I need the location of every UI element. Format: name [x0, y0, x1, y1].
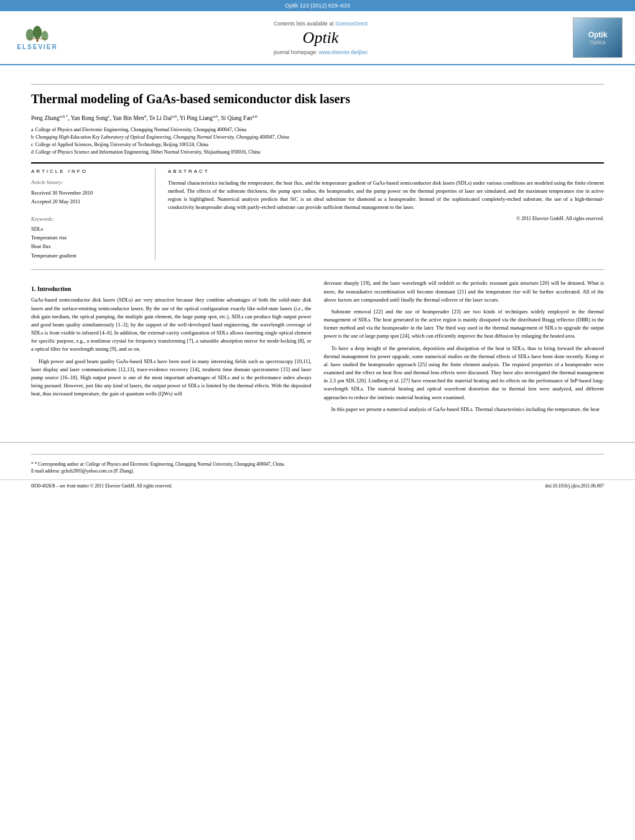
section1-col2-para3: To have a deep insight of the generation… [324, 344, 605, 402]
journal-homepage-link[interactable]: www.elsevier.de/ijleo [319, 49, 368, 55]
svg-point-2 [41, 31, 48, 41]
author-sup-2: c [108, 114, 109, 119]
keywords-list: SDLs Temperature rise Heat flux Temperat… [31, 224, 146, 261]
section1-para2: High power and good beam quality GaAs-ba… [31, 358, 312, 399]
affil-letter-d: d [31, 149, 34, 156]
article-info-column: ARTICLE INFO Article history: Received 3… [31, 168, 155, 260]
svg-point-1 [33, 26, 42, 39]
affil-letter-a: a [31, 126, 34, 134]
footer-doi: doi:10.1016/j.ijleo.2011.06.007 [545, 483, 604, 489]
journal-citation: Optik 123 (2012) 629–633 [285, 2, 350, 9]
elsevier-text: ELSEVIER [17, 44, 57, 50]
section1-text: GaAs-based semiconductor disk lasers (SD… [31, 296, 312, 398]
journal-homepage-line: journal homepage: www.elsevier.de/ijleo [274, 49, 368, 55]
divider-body [31, 269, 604, 270]
author-sup-4: a,b [172, 114, 177, 119]
affil-text-b: Chongqing High-Education Key Laboratory … [35, 134, 289, 141]
optik-logo-title: Optik [588, 30, 608, 39]
main-content: Thermal modeling of GaAs-based semicondu… [0, 65, 635, 430]
article-title: Thermal modeling of GaAs-based semicondu… [31, 91, 604, 107]
affil-text-d: College of Physics Science and Informati… [35, 149, 260, 156]
section1-para1: GaAs-based semiconductor disk lasers (SD… [31, 296, 312, 353]
journal-header: ELSEVIER Contents lists available at Sci… [0, 11, 635, 65]
affil-text-c: College of Applied Sciences, Beijing Uni… [35, 141, 209, 149]
keyword-heat: Heat flux [31, 242, 146, 251]
keyword-gradient: Temperature gradient [31, 251, 146, 260]
affil-a: a College of Physics and Electronic Engi… [31, 126, 604, 134]
author-sup-5: a,b [213, 114, 218, 119]
author-sup-3: d [144, 114, 147, 119]
footnote-star: * [31, 461, 34, 467]
history-dates: Received 30 November 2010 Accepted 20 Ma… [31, 189, 146, 206]
page: Optik 123 (2012) 629–633 ELSEVIER Conten… [0, 0, 635, 840]
optik-logo: Optik Optics [573, 17, 623, 58]
section1-col2-para1: decrease sharply [19], and the laser wav… [324, 279, 605, 304]
elsevier-tree-icon [22, 25, 53, 42]
journal-citation-bar: Optik 123 (2012) 629–633 [0, 0, 635, 11]
article-info-label: ARTICLE INFO [31, 168, 146, 174]
authors-line: Peng Zhanga,b,*, Yan Rong Songc, Yan Bin… [31, 113, 604, 122]
footer-divider [31, 454, 604, 455]
affil-c: c College of Applied Sciences, Beijing U… [31, 141, 604, 149]
footer: * * Corresponding author at: College of … [0, 442, 635, 475]
copyright: © 2011 Elsevier GmbH. All rights reserve… [168, 216, 604, 221]
divider-article-info [31, 162, 604, 164]
email-label: E-mail address: [31, 468, 60, 474]
footnote: * * Corresponding author at: College of … [31, 461, 604, 475]
elsevier-logo-container: ELSEVIER [9, 17, 72, 58]
keywords-label: Keywords: [31, 216, 146, 222]
abstract-label: ABSTRACT [168, 168, 604, 174]
keyword-sdls: SDLs [31, 224, 146, 233]
affil-text-a: College of Physics and Electronic Engine… [35, 126, 246, 134]
email-address: gchzh2003@yahoo.com.cn (P. Zhang). [62, 468, 134, 474]
received-date: Received 30 November 2010 [31, 189, 146, 198]
affil-letter-b: b [31, 134, 34, 141]
accepted-date: Accepted 20 May 2011 [31, 198, 146, 206]
affil-b: b Chongqing High-Education Key Laborator… [31, 134, 604, 141]
affiliations: a College of Physics and Electronic Engi… [31, 126, 604, 156]
article-history-label: Article history: [31, 179, 146, 185]
article-info-abstract: ARTICLE INFO Article history: Received 3… [31, 168, 604, 260]
sciencedirect-line: Contents lists available at ScienceDirec… [274, 21, 368, 27]
keyword-temperature: Temperature rise [31, 233, 146, 242]
keywords-section: Keywords: SDLs Temperature rise Heat flu… [31, 216, 146, 261]
author-sup-1: a,b,* [60, 114, 68, 119]
divider-top [31, 84, 604, 85]
journal-title-container: Contents lists available at ScienceDirec… [78, 17, 563, 58]
footnote-text: * Corresponding author at: College of Ph… [35, 461, 285, 467]
abstract-text: Thermal characteristics including the te… [168, 179, 604, 211]
body-col-left: 1. Introduction GaAs-based semiconductor… [31, 279, 312, 417]
sciencedirect-link[interactable]: ScienceDirect [335, 21, 368, 27]
body-columns: 1. Introduction GaAs-based semiconductor… [31, 279, 604, 417]
optik-logo-subtitle: Optics [590, 39, 606, 45]
affil-d: d College of Physics Science and Informa… [31, 149, 604, 156]
elsevier-logo: ELSEVIER [9, 24, 65, 52]
section1-col2-para2: Substrate removal [22] and the use of he… [324, 308, 605, 341]
body-col-right: decrease sharply [19], and the laser wav… [324, 279, 605, 417]
section1-col2-para4: In this paper we present a numerical ana… [324, 405, 605, 413]
journal-name: Optik [303, 29, 339, 47]
footer-bar: 0030-4026/$ – see front matter © 2011 El… [0, 479, 635, 489]
section1-heading: 1. Introduction [31, 285, 312, 292]
affil-letter-c: c [31, 141, 34, 149]
section1-col2-text: decrease sharply [19], and the laser wav… [324, 279, 605, 413]
footer-doi-text: 0030-4026/$ – see front matter © 2011 El… [31, 483, 172, 489]
abstract-column: ABSTRACT Thermal characteristics includi… [168, 168, 604, 260]
author-sup-6: a,b [252, 114, 257, 119]
optik-logo-container: Optik Optics [570, 17, 626, 58]
